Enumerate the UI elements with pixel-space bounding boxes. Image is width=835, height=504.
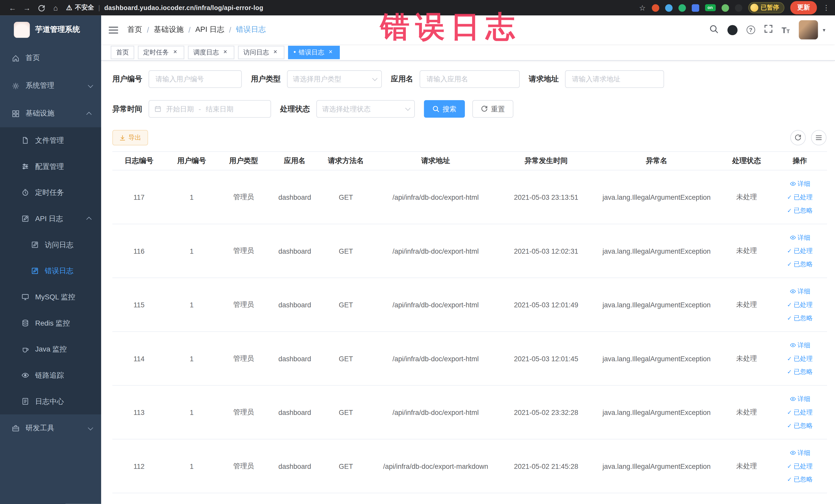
table-row: 113 1 管理员 dashboard GET /api/infra/db-do… — [113, 385, 827, 439]
browser-reload-icon[interactable] — [34, 3, 48, 12]
sidebar-item-home[interactable]: 首页 — [0, 44, 101, 72]
breadcrumb-item-api-log[interactable]: API 日志 — [195, 25, 224, 35]
table-toolbar: 导出 — [113, 130, 827, 145]
tab-close-icon[interactable]: × — [171, 48, 179, 56]
browser-back-icon[interactable]: ← — [5, 3, 20, 12]
tab-close-icon[interactable]: × — [327, 48, 334, 56]
sidebar-item-mysql-monitor[interactable]: MySQL 监控 — [0, 284, 101, 310]
browser-update-button[interactable]: 更新 — [790, 1, 817, 14]
sidebar-item-system[interactable]: 系统管理 — [0, 72, 101, 100]
col-exception-name: 异常名 — [593, 152, 720, 170]
tab-access-log[interactable]: 访问日志 × — [238, 45, 284, 59]
detail-link[interactable]: 详细 — [790, 233, 810, 242]
sidebar-item-error-log[interactable]: 错误日志 — [0, 258, 101, 284]
tab-schedule-log[interactable]: 调度日志 × — [188, 45, 234, 59]
cell-request-url: /api/infra/db-doc/export-html — [372, 224, 500, 278]
cell-method: GET — [320, 331, 372, 385]
extension-icon[interactable] — [678, 4, 686, 12]
mark-processed-link[interactable]: ✓已处理 — [787, 300, 813, 309]
sidebar-item-file-management[interactable]: 文件管理 — [0, 127, 101, 154]
tab-error-log[interactable]: ● 错误日志 × — [288, 45, 340, 59]
sidebar-item-infrastructure[interactable]: 基础设施 — [0, 100, 101, 127]
user-id-input[interactable] — [149, 70, 242, 88]
browser-forward-icon[interactable]: → — [20, 3, 34, 12]
mark-ignored-link[interactable]: ✓已忽略 — [787, 421, 813, 430]
extension-icon[interactable] — [721, 4, 729, 12]
search-button[interactable]: 搜索 — [424, 100, 465, 118]
breadcrumb-item-infrastructure[interactable]: 基础设施 — [154, 25, 184, 35]
detail-link[interactable]: 详细 — [790, 287, 810, 296]
refresh-button[interactable] — [790, 130, 806, 145]
cell-user-id: 1 — [166, 439, 218, 493]
bookmark-star-icon[interactable]: ☆ — [639, 3, 646, 12]
reset-button[interactable]: 重置 — [472, 100, 513, 118]
sidebar-item-api-log[interactable]: API 日志 — [0, 206, 101, 232]
sidebar-item-java-monitor[interactable]: Java 监控 — [0, 336, 101, 362]
cell-exception-name: java.lang.IllegalArgumentException — [593, 385, 720, 439]
mark-processed-link[interactable]: ✓已处理 — [787, 354, 813, 363]
mark-processed-link[interactable]: ✓已处理 — [787, 246, 813, 256]
table-header-row: 日志编号 用户编号 用户类型 应用名 请求方法名 请求地址 异常发生时间 异常名… — [113, 152, 827, 170]
fullscreen-icon[interactable] — [764, 24, 772, 35]
breadcrumb: 首页 / 基础设施 / API 日志 / 错误日志 — [127, 25, 266, 35]
detail-link[interactable]: 详细 — [790, 341, 810, 350]
tab-home[interactable]: 首页 — [111, 45, 134, 59]
sidebar-item-dev-tools[interactable]: 研发工具 — [0, 415, 101, 442]
extension-icon[interactable] — [692, 4, 699, 12]
sidebar-item-trace[interactable]: 链路追踪 — [0, 362, 101, 388]
mark-ignored-link[interactable]: ✓已忽略 — [787, 367, 813, 376]
avatar-caret-icon[interactable]: ▾ — [823, 27, 825, 33]
app-name-input[interactable] — [420, 70, 520, 88]
sidebar-item-access-log[interactable]: 访问日志 — [0, 231, 101, 258]
font-size-icon[interactable]: TT — [781, 25, 790, 35]
mark-processed-link[interactable]: ✓已处理 — [787, 408, 813, 417]
extension-on-badge[interactable]: on — [705, 4, 715, 11]
tab-close-icon[interactable]: × — [271, 48, 279, 56]
chevron-up-icon — [86, 112, 91, 117]
request-url-input[interactable] — [565, 70, 664, 88]
site-security-chip[interactable]: ⚠ 不安全 — [66, 3, 94, 12]
address-bar[interactable]: dashboard.yudao.iocoder.cn/infra/log/api… — [104, 4, 263, 12]
edit-square-icon — [31, 241, 39, 249]
chevron-down-icon — [372, 76, 378, 81]
status-select[interactable]: 请选择处理状态 — [316, 100, 415, 118]
detail-link[interactable]: 详细 — [790, 395, 810, 403]
sidebar-item-scheduled-tasks[interactable]: 定时任务 — [0, 180, 101, 206]
app-logo[interactable]: 芋道管理系统 — [0, 15, 101, 44]
extension-icon[interactable] — [735, 4, 742, 12]
extension-icon[interactable] — [665, 4, 672, 12]
help-icon[interactable]: ? — [747, 26, 755, 34]
browser-menu-icon[interactable]: ⋮ — [823, 4, 830, 12]
tab-scheduled-tasks[interactable]: 定时任务 × — [138, 45, 184, 59]
cell-exception-name: java.lang.IllegalArgumentException — [593, 439, 720, 493]
user-type-select[interactable]: 请选择用户类型 — [287, 70, 382, 88]
sidebar-toggle-icon[interactable] — [108, 26, 118, 34]
cell-exception-name: java.lang.IllegalArgumentException — [593, 224, 720, 278]
search-icon[interactable] — [709, 24, 718, 36]
browser-home-icon[interactable]: ⌂ — [48, 3, 63, 12]
export-button[interactable]: 导出 — [113, 130, 148, 145]
mark-ignored-link[interactable]: ✓已忽略 — [787, 314, 813, 322]
extension-icon[interactable] — [651, 4, 659, 12]
breadcrumb-item-home[interactable]: 首页 — [127, 25, 142, 35]
mark-ignored-link[interactable]: ✓已忽略 — [787, 475, 813, 484]
mark-processed-link[interactable]: ✓已处理 — [787, 193, 813, 202]
cell-app-name: dashboard — [269, 439, 320, 493]
cell-user-type: 管理员 — [218, 385, 269, 439]
mark-ignored-link[interactable]: ✓已忽略 — [787, 260, 813, 268]
exception-time-range-picker[interactable]: 开始日期 - 结束日期 — [149, 100, 271, 118]
tab-close-icon[interactable]: × — [222, 48, 229, 56]
user-avatar[interactable] — [799, 20, 818, 40]
sidebar-item-log-center[interactable]: 日志中心 — [0, 388, 101, 415]
sidebar-item-redis-monitor[interactable]: Redis 监控 — [0, 310, 101, 336]
detail-link[interactable]: 详细 — [790, 179, 810, 188]
detail-link[interactable]: 详细 — [790, 448, 810, 457]
mark-ignored-link[interactable]: ✓已忽略 — [787, 206, 813, 215]
status-label: 处理状态 — [280, 104, 310, 114]
profile-paused-badge[interactable]: 已暂停 — [748, 2, 785, 13]
github-icon[interactable] — [727, 25, 737, 35]
mark-processed-link[interactable]: ✓已处理 — [787, 462, 813, 471]
column-settings-button[interactable] — [811, 130, 827, 145]
cell-user-type: 管理员 — [218, 439, 269, 493]
sidebar-item-config-management[interactable]: 配置管理 — [0, 153, 101, 180]
